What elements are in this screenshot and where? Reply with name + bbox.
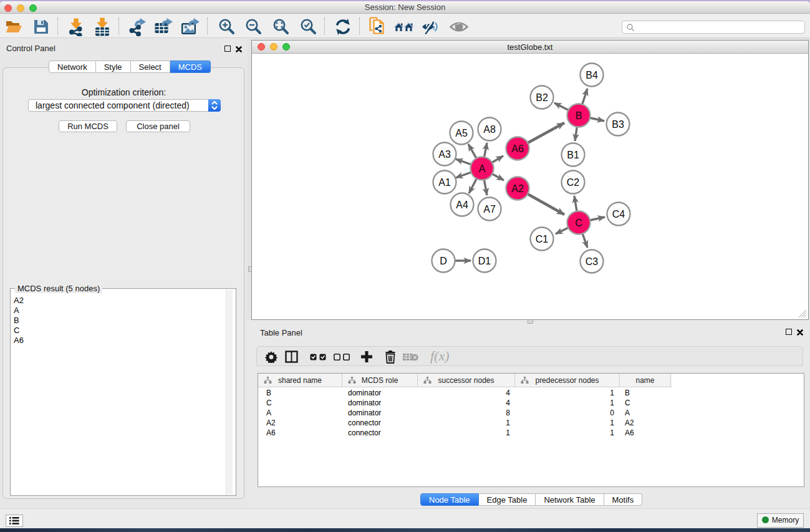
svg-text:A6: A6: [511, 143, 524, 154]
svg-text:C3: C3: [586, 256, 599, 267]
svg-text:A8: A8: [483, 124, 496, 135]
svg-text:A5: A5: [455, 128, 468, 138]
svg-text:D: D: [440, 256, 447, 266]
svg-text:A2: A2: [511, 183, 524, 194]
svg-text:B4: B4: [586, 70, 598, 80]
svg-text:B2: B2: [536, 92, 548, 103]
svg-text:B: B: [576, 110, 582, 121]
svg-text:D1: D1: [478, 256, 491, 266]
svg-text:A: A: [479, 163, 486, 174]
svg-text:A4: A4: [456, 200, 468, 210]
svg-text:B1: B1: [567, 150, 579, 160]
svg-text:C4: C4: [612, 209, 625, 220]
svg-text:A3: A3: [438, 149, 451, 160]
svg-text:C2: C2: [567, 177, 580, 188]
svg-text:A7: A7: [483, 204, 496, 215]
svg-text:C1: C1: [536, 234, 549, 244]
svg-text:C: C: [575, 218, 582, 228]
svg-text:A1: A1: [438, 177, 451, 188]
svg-text:B3: B3: [612, 119, 624, 130]
